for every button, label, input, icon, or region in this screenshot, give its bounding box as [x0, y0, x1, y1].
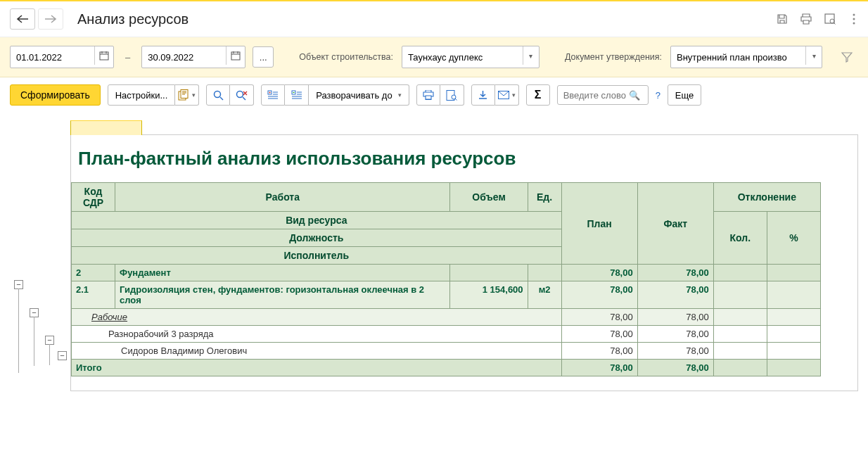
cell-fact: 78,00: [637, 360, 713, 376]
svg-rect-0: [825, 14, 834, 23]
cell-total-label: Итого: [72, 360, 562, 376]
settings-button[interactable]: Настройки...: [108, 84, 176, 106]
cell-plan: 78,00: [561, 265, 637, 281]
date-separator: –: [125, 52, 130, 63]
cell-unit: м2: [528, 281, 561, 309]
cell-position: Разнорабочий 3 разряда: [72, 326, 562, 343]
open-new-icon[interactable]: [823, 12, 837, 26]
table-row[interactable]: Рабочие 78,00 78,00: [72, 309, 831, 326]
th-code: Код СДР: [72, 183, 115, 212]
object-input[interactable]: [402, 46, 540, 68]
report-table: Код СДР Работа Объем Ед. План Факт Откло…: [71, 182, 831, 376]
calendar-icon[interactable]: [94, 46, 113, 65]
chevron-down-icon[interactable]: ▾: [805, 46, 822, 65]
page-title: Анализ ресурсов: [77, 11, 189, 27]
th-dev-qty: Кол.: [713, 212, 767, 265]
doc-combo[interactable]: ▾: [670, 46, 822, 68]
cell-fact: 78,00: [637, 265, 713, 281]
svg-rect-6: [231, 52, 240, 60]
cell-plan: 78,00: [561, 343, 637, 360]
expand-to-label: Разворачивать до: [316, 90, 392, 101]
th-volume: Объем: [450, 183, 528, 212]
table-row[interactable]: Разнорабочий 3 разряда 78,00 78,00: [72, 326, 831, 343]
doc-label: Документ утверждения:: [565, 52, 662, 63]
th-resource-type: Вид ресурса: [72, 212, 562, 229]
calendar-icon[interactable]: [226, 46, 245, 65]
kebab-icon[interactable]: [847, 12, 861, 26]
th-position: Должность: [72, 229, 562, 247]
chevron-down-icon[interactable]: ▾: [523, 46, 539, 65]
tree-gutter: − − − −: [10, 120, 70, 391]
date-to-field[interactable]: [141, 46, 245, 68]
cell-plan: 78,00: [561, 281, 637, 309]
toolbar: Сформировать Настройки... ▾ Разворачиват…: [0, 77, 868, 113]
table-row[interactable]: Сидоров Владимир Олегович 78,00 78,00: [72, 343, 831, 360]
filter-panel: – ... Объект строительства: ▾ Документ у…: [0, 37, 868, 77]
save-icon[interactable]: [775, 12, 789, 26]
th-deviation: Отклонение: [713, 183, 820, 212]
cell-fact: 78,00: [637, 281, 713, 309]
th-performer: Исполнитель: [72, 247, 562, 265]
doc-input[interactable]: [670, 46, 822, 68]
generate-button[interactable]: Сформировать: [10, 84, 101, 106]
svg-rect-5: [100, 52, 108, 60]
period-select-button[interactable]: ...: [253, 46, 274, 68]
send-report-button[interactable]: ▾: [495, 84, 519, 106]
collapse-groups-button[interactable]: [261, 84, 285, 106]
th-fact: Факт: [637, 183, 713, 265]
table-row[interactable]: 2.1 Гидроизоляция стен, фундаментов: гор…: [72, 281, 831, 309]
save-report-button[interactable]: [471, 84, 495, 106]
svg-point-4: [853, 23, 855, 25]
sum-button[interactable]: Σ: [526, 84, 550, 106]
cell-code: 2: [72, 265, 115, 281]
object-label: Объект строительства:: [299, 52, 393, 63]
date-from-field[interactable]: [10, 46, 114, 68]
find-button[interactable]: [206, 84, 230, 106]
search-input[interactable]: [557, 85, 649, 105]
settings-variants-button[interactable]: ▾: [175, 84, 199, 106]
expand-to-button[interactable]: Разворачивать до ▾: [309, 84, 409, 106]
cell-work: Фундамент: [115, 265, 450, 281]
th-unit: Ед.: [528, 183, 561, 212]
svg-point-2: [853, 14, 855, 16]
svg-point-10: [237, 91, 243, 97]
cell-plan: 78,00: [561, 309, 637, 326]
report-tab[interactable]: [70, 120, 142, 135]
cell-resource: Рабочие: [72, 309, 562, 326]
table-total-row: Итого 78,00 78,00: [72, 360, 831, 376]
back-button[interactable]: [10, 8, 35, 30]
table-row[interactable]: 2 Фундамент 78,00 78,00: [72, 265, 831, 281]
cell-performer: Сидоров Владимир Олегович: [72, 343, 562, 360]
more-button[interactable]: Еще: [668, 84, 701, 106]
cell-fact: 78,00: [637, 309, 713, 326]
report-title: План-фактный анализ использования ресурс…: [71, 145, 857, 182]
help-link[interactable]: ?: [656, 90, 660, 101]
print-icon[interactable]: [799, 12, 813, 26]
cell-plan: 78,00: [561, 360, 637, 376]
cell-fact: 78,00: [637, 343, 713, 360]
cell-plan: 78,00: [561, 326, 637, 343]
svg-point-9: [214, 91, 220, 97]
svg-point-3: [853, 18, 855, 20]
tree-collapse-toggle[interactable]: −: [58, 351, 67, 360]
object-combo[interactable]: ▾: [402, 46, 540, 68]
print-preview-button[interactable]: [440, 84, 464, 106]
cell-work: Гидроизоляция стен, фундаментов: горизон…: [115, 281, 450, 309]
th-plan: План: [561, 183, 637, 265]
cell-fact: 78,00: [637, 326, 713, 343]
funnel-icon[interactable]: [840, 50, 854, 64]
print-button[interactable]: [416, 84, 440, 106]
title-bar: Анализ ресурсов: [0, 1, 868, 37]
cell-code: 2.1: [72, 281, 115, 309]
chevron-down-icon: ▾: [398, 91, 402, 99]
th-work: Работа: [115, 183, 450, 212]
cell-volume: 1 154,600: [450, 281, 528, 309]
forward-button[interactable]: [38, 8, 63, 30]
th-dev-pct: %: [767, 212, 820, 265]
report: План-фактный анализ использования ресурс…: [70, 120, 858, 391]
expand-groups-button[interactable]: [285, 84, 309, 106]
find-cancel-button[interactable]: [230, 84, 254, 106]
settings-label: Настройки...: [115, 90, 168, 101]
